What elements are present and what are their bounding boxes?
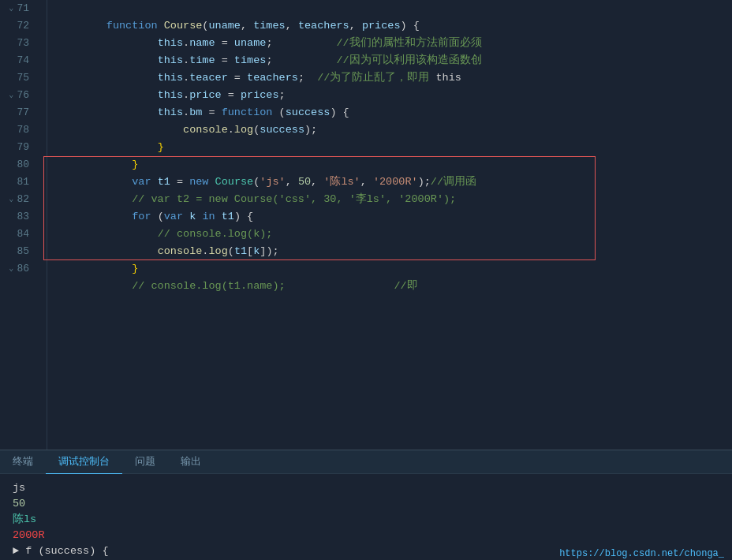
code-line-73: this.time = times; //因为可以利用该构造函数创 [55, 35, 732, 52]
code-line-74: this.teacer = teachers; //为了防止乱了，即用 this [55, 52, 732, 69]
code-line-82: for (var k in t1) { [55, 191, 732, 208]
console-line-name: 陈ls [13, 512, 719, 528]
code-line-75: this.price = prices; [55, 69, 732, 87]
console-line-50: 50 [13, 496, 719, 512]
line-num-81: 81 [0, 174, 37, 191]
line-num-73: 73 [0, 35, 37, 52]
line-num-72: 72 [0, 17, 37, 35]
line-num-86: ⌄ 86 [0, 260, 37, 278]
collapse-82[interactable]: ⌄ [9, 191, 13, 208]
code-line-81: // var t2 = new Course('css', 30, '李ls',… [55, 174, 732, 191]
tab-terminal[interactable]: 终端 [0, 450, 46, 474]
code-line-79: } [55, 139, 732, 156]
tab-output[interactable]: 输出 [168, 450, 214, 474]
collapse-76[interactable]: ⌄ [9, 87, 13, 104]
code-line-84: console.log(t1[k]); [55, 226, 732, 243]
code-line-85: } [55, 243, 732, 260]
line-num-79: 79 [0, 139, 37, 156]
code-line-76: this.bm = function (success) { [55, 87, 732, 104]
code-line-78: } [55, 121, 732, 139]
line-num-77: 77 [0, 104, 37, 121]
tab-problems[interactable]: 问题 [122, 450, 168, 474]
code-line-86: // console.log(t1.name); //即 [55, 260, 732, 278]
code-line-71: function Course(uname, times, teachers, … [55, 0, 732, 17]
line-num-80: 80 [0, 156, 37, 174]
line-num-84: 84 [0, 226, 37, 243]
line-num-83: 83 [0, 208, 37, 226]
code-line-80: var t1 = new Course('js', 50, '陈ls', '20… [55, 156, 732, 174]
line-num-75: 75 [0, 69, 37, 87]
line-num-78: 78 [0, 121, 37, 139]
code-content: function Course(uname, times, teachers, … [47, 0, 732, 450]
console-output: js 50 陈ls 2000R ► f (success) { https://… [0, 474, 732, 560]
collapse-71[interactable]: ⌄ [9, 0, 13, 17]
code-editor: ⌄ 71 72 73 74 75 ⌄ 76 77 78 [0, 0, 732, 450]
line-num-74: 74 [0, 52, 37, 69]
line-num-85: 85 [0, 243, 37, 260]
code-line-72: this.name = uname; //我们的属性和方法前面必须 [55, 17, 732, 35]
csdn-url: https://blog.csdn.net/chonga_ [559, 548, 724, 559]
console-line-price: 2000R [13, 528, 719, 543]
code-line-83: // console.log(k); [55, 208, 732, 226]
tab-debug-console[interactable]: 调试控制台 [46, 450, 122, 474]
line-numbers: ⌄ 71 72 73 74 75 ⌄ 76 77 78 [0, 0, 47, 450]
line-num-82: ⌄ 82 [0, 191, 37, 208]
debug-panel: 终端 调试控制台 问题 输出 js 50 陈ls 2000R ► f (succ… [0, 450, 732, 560]
line-num-76: ⌄ 76 [0, 87, 37, 104]
console-line-js: js [13, 480, 719, 496]
code-line-77: console.log(success); [55, 104, 732, 121]
line-num-71: ⌄ 71 [0, 0, 37, 17]
collapse-86[interactable]: ⌄ [9, 260, 13, 278]
panel-tab-bar: 终端 调试控制台 问题 输出 [0, 450, 732, 474]
